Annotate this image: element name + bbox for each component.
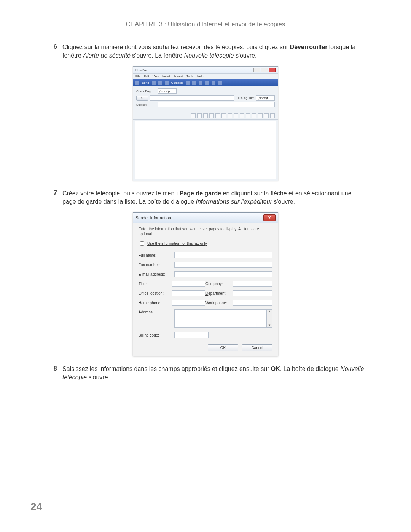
page-header: CHAPITRE 3 : Utilisation d'Internet et e… [46, 21, 365, 28]
menu-insert[interactable]: Insert [162, 75, 170, 78]
email-label: E-mail address: [139, 272, 172, 276]
italic-text: Alerte de sécurité [83, 52, 131, 59]
toolbar-icon[interactable] [152, 81, 156, 85]
company-input[interactable] [233, 281, 272, 287]
fax-number-input[interactable] [174, 262, 272, 268]
menu-file[interactable]: File [135, 75, 140, 78]
address-input[interactable] [174, 309, 267, 328]
scrollbar[interactable]: ▲▼ [267, 309, 272, 328]
fax-number-label: Fax number: [139, 263, 172, 267]
help-icon[interactable] [218, 81, 222, 85]
department-input[interactable] [233, 290, 272, 296]
toolbar-icon[interactable] [165, 81, 169, 85]
toolbar-icon[interactable] [212, 81, 215, 85]
to-field[interactable] [150, 95, 234, 101]
work-phone-input[interactable] [233, 300, 272, 306]
full-name-input[interactable] [174, 252, 272, 258]
office-label: Office location: [139, 291, 172, 296]
format-icon[interactable] [234, 113, 238, 118]
to-button[interactable]: To... [136, 96, 148, 101]
text: s'ouvre. La fenêtre [131, 52, 184, 59]
send-icon[interactable] [135, 81, 139, 85]
dialog-body: Enter the information that you want cove… [133, 223, 278, 356]
window-controls [253, 68, 276, 72]
bold-text: Déverrouiller [290, 44, 328, 50]
titlebar: New Fax [133, 67, 278, 74]
home-phone-label: Home phone: [139, 301, 172, 305]
step-number: 7 [46, 189, 57, 197]
menu-help[interactable]: Help [197, 75, 203, 78]
dialog-titlebar: Sender Information X [133, 213, 278, 223]
toolbar-icon[interactable] [158, 81, 162, 85]
step-6: 6 Cliquez sur la manière dont vous souha… [46, 43, 365, 59]
cancel-button[interactable]: Cancel [242, 344, 272, 351]
text: s'ouvre. [87, 374, 110, 380]
format-icon[interactable] [252, 113, 256, 118]
dialing-rule-select[interactable]: (None) ▾ [256, 95, 275, 101]
menu-format[interactable]: Format [174, 75, 183, 78]
window-title: New Fax [135, 69, 148, 72]
format-icon[interactable] [203, 113, 208, 118]
document-page: CHAPITRE 3 : Utilisation d'Internet et e… [0, 0, 411, 532]
bold-text: OK [271, 366, 280, 372]
email-input[interactable] [174, 271, 272, 277]
dialog-description: Enter the information that you want cove… [139, 227, 272, 236]
minimize-button[interactable] [253, 68, 260, 72]
text: Cliquez sur la manière dont vous souhait… [62, 44, 290, 50]
company-label: Company: [206, 282, 233, 286]
toolbar-icon[interactable] [205, 81, 209, 85]
close-button[interactable]: X [263, 214, 276, 221]
figure-sender-info: Sender Information X Enter the informati… [46, 212, 365, 356]
full-name-label: Full name: [139, 253, 172, 257]
cover-page-select[interactable]: (None) ▾ [158, 88, 177, 94]
step-text: Saisissez les informations dans les cham… [62, 365, 365, 381]
text: s'ouvre. [272, 198, 295, 205]
format-toolbar [133, 112, 278, 120]
toolbar: Send Contacts [133, 79, 278, 86]
cover-page-label: Cover Page: [136, 89, 156, 93]
format-icon[interactable] [191, 113, 196, 118]
this-fax-only-label: Use the information for this fax only [147, 241, 207, 246]
menu-tools[interactable]: Tools [186, 75, 194, 78]
step-number: 6 [46, 43, 57, 51]
fax-header-fields: Cover Page: (None) ▾ To... Dialing rule:… [133, 86, 278, 112]
message-body[interactable] [135, 121, 276, 179]
format-icon[interactable] [270, 113, 275, 118]
maximize-button[interactable] [261, 68, 268, 72]
format-icon[interactable] [240, 113, 244, 118]
step-8: 8 Saisissez les informations dans les ch… [46, 365, 365, 381]
step-number: 8 [46, 365, 57, 372]
menu-view[interactable]: View [153, 75, 159, 78]
step-7: 7 Créez votre télécopie, puis ouvrez le … [46, 189, 365, 206]
ok-button[interactable]: OK [208, 344, 238, 351]
format-icon[interactable] [264, 113, 269, 118]
subject-field[interactable] [158, 102, 275, 107]
address-label: Address: [139, 309, 172, 314]
this-fax-only-checkbox[interactable] [140, 241, 144, 246]
toolbar-icon[interactable] [199, 81, 202, 85]
text: . La boîte de dialogue [280, 366, 340, 372]
dialog-title: Sender Information [135, 216, 171, 220]
close-button[interactable] [269, 68, 276, 72]
menu-bar: File Edit View Insert Format Tools Help [133, 74, 278, 79]
format-icon[interactable] [197, 113, 202, 118]
format-icon[interactable] [209, 113, 214, 118]
toolbar-icon[interactable] [186, 81, 190, 85]
office-input[interactable] [172, 290, 206, 296]
format-icon[interactable] [215, 113, 220, 118]
send-button[interactable]: Send [142, 81, 149, 85]
text: s'ouvre. [234, 52, 256, 59]
format-icon[interactable] [221, 113, 226, 118]
menu-edit[interactable]: Edit [144, 75, 149, 78]
page-number: 24 [30, 501, 42, 513]
format-icon[interactable] [246, 113, 250, 118]
title-input[interactable] [172, 281, 206, 287]
billing-input[interactable] [174, 332, 209, 338]
contacts-button[interactable]: Contacts [171, 81, 183, 85]
format-icon[interactable] [228, 113, 232, 118]
home-phone-input[interactable] [172, 300, 206, 306]
title-label: Title: [139, 282, 172, 286]
toolbar-icon[interactable] [192, 81, 196, 85]
format-icon[interactable] [258, 113, 263, 118]
work-phone-label: Work phone: [206, 301, 233, 305]
